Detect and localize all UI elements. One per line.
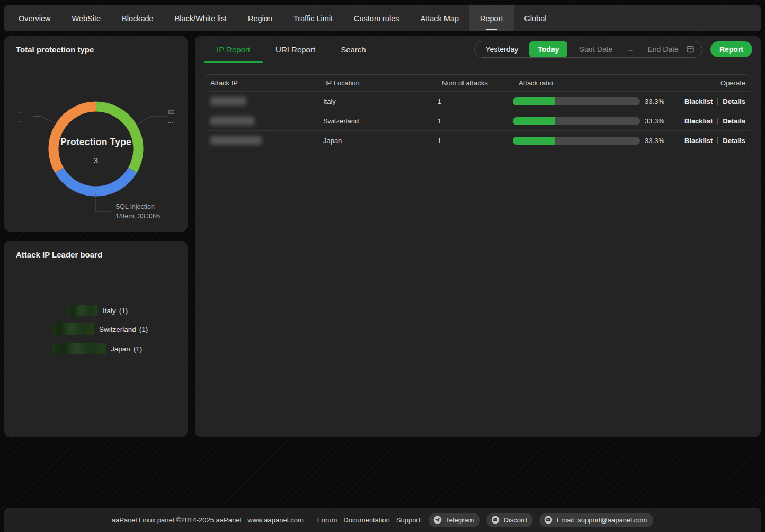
table-row: Japan 1 33.3% Blacklist Details	[206, 130, 750, 150]
attack-ip-leaderboard-panel: Attack IP Leader board Italy (1) Switzer…	[4, 241, 188, 437]
attacks-table: Attack IP IP Location Num of attacks Att…	[206, 74, 750, 150]
nav-tab-traffic-limit[interactable]: Traffic Limit	[283, 5, 343, 31]
end-date-input[interactable]: End Date	[648, 45, 679, 54]
total-protection-panel: Total protection type Protection Type 3 …	[4, 36, 188, 232]
header-ip-location: IP Location	[325, 79, 442, 87]
nav-tab-black-white-list[interactable]: Black/White list	[164, 5, 237, 31]
attacks-count-cell: 1	[438, 97, 513, 105]
operate-divider	[717, 137, 718, 144]
callout-right: cc ...	[168, 108, 174, 126]
header-operate: Operate	[693, 79, 745, 87]
ratio-bar-track	[513, 97, 640, 105]
leaderboard-label: Japan (1)	[111, 345, 142, 353]
attacks-count-cell: 1	[438, 117, 513, 125]
leaderboard-count: (1)	[139, 325, 148, 333]
tab-search[interactable]: Search	[328, 36, 379, 63]
yesterday-button[interactable]: Yesterday	[475, 41, 530, 57]
location-cell: Switzerland	[323, 117, 438, 125]
leaderboard-panel-header: Attack IP Leader board	[4, 241, 188, 268]
callout-left: ... ...	[17, 107, 23, 125]
report-button[interactable]: Report	[710, 41, 752, 57]
donut-segment-cc[interactable]	[96, 107, 138, 170]
donut-segment-sql-injection[interactable]	[59, 170, 133, 191]
ratio-bar-fill	[513, 137, 555, 145]
table-row: Italy 1 33.3% Blacklist Details	[206, 91, 750, 111]
callout-left-value: ...	[17, 116, 23, 125]
callout-left-name: ...	[17, 107, 23, 116]
date-range-group: Yesterday Today Start Date → End Date	[474, 41, 702, 58]
leaderboard-chart: Italy (1) Switzerland (1) Japan (1)	[4, 268, 188, 436]
protection-donut-chart: Protection Type 3 ... ... cc ... SQL inj…	[4, 63, 188, 231]
callout-right-name: cc	[168, 108, 174, 117]
callout-line-right	[138, 116, 167, 125]
email-icon	[544, 516, 553, 524]
ratio-value: 33.3%	[645, 117, 664, 125]
footer-bar: aaPanel Linux panel ©2014-2025 aaPanel w…	[4, 508, 761, 532]
top-nav-bar: Overview WebSite Blockade Black/White li…	[4, 5, 761, 31]
leaderboard-bar-redacted-ip[interactable]	[67, 305, 98, 316]
donut-segment-other[interactable]	[54, 107, 96, 170]
nav-tab-overview[interactable]: Overview	[4, 5, 61, 31]
tab-uri-report[interactable]: URI Report	[263, 36, 328, 63]
date-range-picker: Start Date → End Date	[567, 45, 701, 54]
footer-copyright: aaPanel Linux panel ©2014-2025 aaPanel	[112, 516, 242, 524]
discord-button[interactable]: Discord	[486, 513, 533, 527]
footer-website-link[interactable]: www.aapanel.com	[247, 516, 304, 524]
location-cell: Japan	[323, 137, 438, 145]
email-button[interactable]: Email: support@aapanel.com	[539, 513, 653, 527]
calendar-icon[interactable]	[686, 45, 695, 54]
details-link[interactable]: Details	[723, 97, 745, 105]
nav-tab-blockade[interactable]: Blockade	[111, 5, 164, 31]
telegram-button[interactable]: Telegram	[429, 513, 480, 527]
leaderboard-count: (1)	[134, 345, 143, 353]
protection-panel-title: Total protection type	[16, 45, 94, 54]
ratio-value: 33.3%	[645, 137, 664, 145]
callout-line-left	[28, 116, 55, 123]
table-row: Switzerland 1 33.3% Blacklist Details	[206, 111, 750, 130]
footer-forum-link[interactable]: Forum	[317, 516, 337, 524]
location-cell: Italy	[323, 97, 438, 105]
leaderboard-bar-redacted-ip[interactable]	[52, 323, 94, 335]
nav-tab-attack-map[interactable]: Attack Map	[410, 5, 469, 31]
leaderboard-country: Japan	[111, 345, 130, 353]
donut-chart-svg	[4, 63, 188, 231]
nav-tab-custom-rules[interactable]: Custom rules	[343, 5, 410, 31]
header-attack-ratio: Attack ratio	[519, 79, 693, 87]
date-range-arrow-icon: →	[613, 45, 648, 54]
leaderboard-label: Switzerland (1)	[99, 325, 148, 333]
leaderboard-row: Switzerland (1)	[52, 323, 148, 335]
report-panel: IP Report URI Report Search Yesterday To…	[195, 36, 761, 437]
header-attack-ip: Attack IP	[210, 79, 325, 87]
start-date-input[interactable]: Start Date	[579, 45, 612, 54]
attacks-count-cell: 1	[438, 137, 513, 145]
callout-right-value: ...	[168, 117, 174, 126]
blacklist-link[interactable]: Blacklist	[684, 117, 713, 125]
ratio-value: 33.3%	[645, 97, 664, 105]
leaderboard-row: Japan (1)	[52, 342, 142, 355]
blacklist-link[interactable]: Blacklist	[684, 137, 713, 145]
footer-support-label: Support:	[396, 516, 422, 524]
protection-panel-header: Total protection type	[4, 36, 188, 63]
details-link[interactable]: Details	[723, 137, 745, 145]
leaderboard-count: (1)	[119, 307, 128, 315]
details-link[interactable]: Details	[723, 117, 745, 125]
report-header: IP Report URI Report Search Yesterday To…	[195, 36, 761, 63]
leaderboard-country: Switzerland	[99, 325, 136, 333]
footer-docs-link[interactable]: Documentation	[343, 516, 389, 524]
date-controls: Yesterday Today Start Date → End Date Re…	[474, 41, 752, 58]
header-num-attacks: Num of attacks	[442, 79, 519, 87]
tab-ip-report[interactable]: IP Report	[204, 36, 263, 63]
nav-tab-global[interactable]: Global	[514, 5, 557, 31]
nav-tab-region[interactable]: Region	[237, 5, 283, 31]
today-button[interactable]: Today	[529, 41, 567, 57]
table-header-row: Attack IP IP Location Num of attacks Att…	[206, 75, 750, 91]
telegram-icon	[433, 516, 442, 524]
leaderboard-label: Italy (1)	[103, 307, 128, 315]
leaderboard-bar-redacted-ip[interactable]	[52, 343, 106, 354]
nav-tab-website[interactable]: WebSite	[61, 5, 111, 31]
operate-divider	[717, 98, 718, 105]
operate-divider	[717, 118, 718, 125]
blacklist-link[interactable]: Blacklist	[684, 97, 713, 105]
ratio-bar-track	[513, 137, 640, 145]
nav-tab-report[interactable]: Report	[469, 5, 514, 31]
